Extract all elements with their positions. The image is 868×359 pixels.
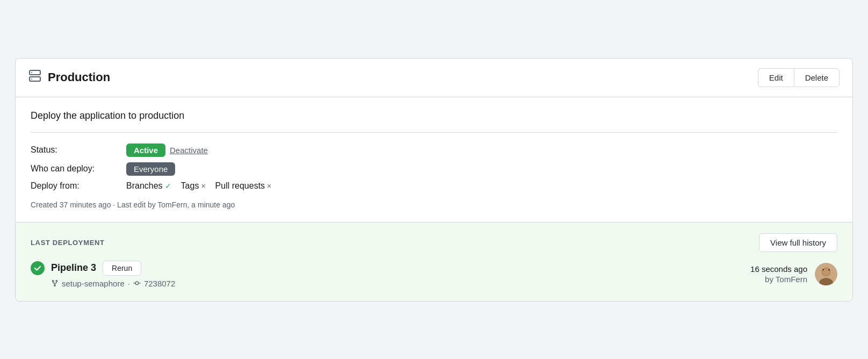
pipeline-left: Pipeline 3 Rerun setup-semaphore · 72380…: [31, 261, 175, 288]
pull-requests-x-icon: ×: [267, 182, 271, 190]
pipeline-name: Pipeline 3: [51, 262, 96, 274]
deploy-tag-pull-requests: Pull requests ×: [215, 181, 272, 191]
meta-text: Created 37 minutes ago · Last edit by To…: [31, 200, 837, 209]
last-deployment-header: LAST DEPLOYMENT View full history: [31, 233, 837, 252]
active-badge: Active: [126, 143, 165, 157]
environment-description: Deploy the application to production: [31, 110, 837, 121]
meta-dot: ·: [128, 279, 130, 288]
svg-rect-8: [822, 269, 824, 270]
last-deployment-section: LAST DEPLOYMENT View full history Pipeli…: [16, 222, 852, 301]
deploy-from-row: Deploy from: Branches ✓ Tags × Pull requ…: [31, 181, 837, 191]
deployment-timestamp: 16 seconds ago: [750, 264, 807, 274]
last-deployment-label: LAST DEPLOYMENT: [31, 239, 105, 247]
commit-hash: 7238072: [144, 279, 175, 288]
divider: [31, 132, 837, 133]
pipeline-meta: setup-semaphore · 7238072: [31, 279, 175, 288]
tags-x-icon: ×: [201, 182, 205, 190]
deploy-from-list: Branches ✓ Tags × Pull requests ×: [126, 181, 271, 191]
status-label: Status:: [31, 145, 122, 155]
svg-rect-9: [828, 269, 830, 270]
environment-card: Production Edit Delete Deploy the applic…: [15, 58, 853, 301]
branch-icon: [51, 279, 59, 287]
card-body: Deploy the application to production Sta…: [16, 97, 852, 222]
pipeline-row: Pipeline 3 Rerun setup-semaphore · 72380…: [31, 261, 837, 288]
status-row: Status: Active Deactivate: [31, 143, 837, 157]
edit-button[interactable]: Edit: [758, 68, 794, 87]
pipeline-success-icon: [31, 261, 45, 275]
page-title: Production: [48, 70, 110, 84]
commit-icon: [133, 279, 141, 287]
who-can-deploy-row: Who can deploy: Everyone: [31, 162, 837, 176]
avatar: [815, 263, 837, 285]
info-rows: Status: Active Deactivate Who can deploy…: [31, 143, 837, 191]
who-can-deploy-label: Who can deploy:: [31, 164, 122, 174]
header-left: Production: [28, 69, 110, 85]
deploy-tag-branches: Branches ✓: [126, 181, 171, 191]
timestamp-info: 16 seconds ago by TomFern: [750, 264, 807, 284]
pipeline-name-row: Pipeline 3 Rerun: [31, 261, 175, 276]
pipeline-right: 16 seconds ago by TomFern: [750, 263, 837, 285]
header-actions: Edit Delete: [758, 68, 840, 87]
deploy-tag-tags: Tags ×: [181, 181, 206, 191]
rerun-button[interactable]: Rerun: [103, 261, 141, 276]
deploy-from-label: Deploy from:: [31, 181, 122, 191]
branches-check-icon: ✓: [165, 182, 171, 190]
card-header: Production Edit Delete: [16, 59, 852, 97]
everyone-badge: Everyone: [126, 162, 175, 176]
delete-button[interactable]: Delete: [794, 68, 840, 87]
deployment-user: by TomFern: [765, 275, 807, 284]
view-full-history-button[interactable]: View full history: [759, 233, 837, 252]
branch-name: setup-semaphore: [62, 279, 125, 288]
deactivate-button[interactable]: Deactivate: [170, 146, 208, 155]
server-icon: [28, 69, 41, 85]
